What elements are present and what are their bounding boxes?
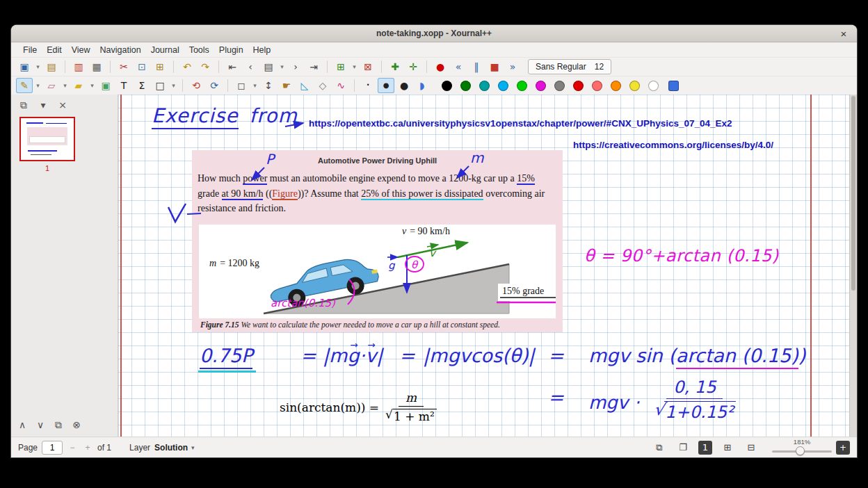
highlighter-options-chevron[interactable]: ▾	[88, 78, 96, 93]
color-swatch-salmon[interactable]	[592, 81, 602, 91]
image-tool-button[interactable]: ▣	[97, 78, 114, 93]
page-decrement-button[interactable]: −	[67, 441, 78, 454]
highlighter-tool-button[interactable]: ▰	[70, 78, 87, 93]
undo-button[interactable]: ↶	[179, 59, 195, 74]
open-button[interactable]: ▤	[43, 59, 60, 74]
redo-button[interactable]: ↷	[197, 59, 214, 74]
dual-page-view-button[interactable]: ⧉	[651, 440, 668, 455]
new-page-button[interactable]: ⊞	[332, 59, 349, 74]
zoom-slider-handle[interactable]	[796, 446, 805, 455]
reset-view-button[interactable]: ⟲	[188, 78, 204, 93]
menu-plugin[interactable]: Plugin	[214, 44, 248, 56]
color-swatch-gray[interactable]	[554, 81, 565, 91]
font-selector-button[interactable]: Sans Regular 12	[528, 59, 611, 74]
hand-tool-button[interactable]: ☛	[278, 78, 295, 93]
goto-page-chevron[interactable]: ▾	[278, 59, 286, 74]
record-audio-button[interactable]: ●	[432, 59, 449, 74]
color-swatch-black[interactable]	[442, 81, 452, 91]
cut-button[interactable]: ✂	[115, 59, 132, 74]
menu-file[interactable]: File	[18, 44, 42, 56]
page-thumbnail[interactable]	[19, 117, 75, 161]
pen-options-chevron[interactable]: ▾	[34, 78, 42, 93]
preview-pane-icon[interactable]: ⧉	[15, 97, 32, 113]
color-swatch-yellow[interactable]	[629, 81, 640, 91]
page-fit-button[interactable]: 1	[698, 441, 712, 455]
canvas-area[interactable]: Exercisefrom https://opentextbc.ca/unive…	[118, 95, 857, 437]
page-increment-button[interactable]: +	[82, 441, 93, 454]
zoom-out-button[interactable]: ⊟	[743, 440, 760, 455]
stop-button[interactable]: ■	[486, 59, 503, 74]
shape-recognizer-button[interactable]: ◇	[314, 78, 331, 93]
spline-button[interactable]: ∿	[332, 78, 349, 93]
preview-close-button[interactable]: ×	[54, 97, 71, 113]
next-page-button[interactable]: ›	[287, 59, 304, 74]
scroll-down-button[interactable]: ∨	[32, 417, 49, 432]
shapes-tool-button[interactable]: □	[152, 78, 168, 93]
close-overview-button[interactable]: ⊗	[68, 417, 85, 432]
previous-page-button[interactable]: ‹	[242, 59, 259, 74]
source-url-link[interactable]: https://opentextbc.ca/universityphysicsv…	[309, 118, 732, 129]
color-swatch-light-green[interactable]	[517, 81, 527, 91]
page-number-input[interactable]	[42, 441, 63, 455]
titlebar[interactable]: note-taking.xopp - Xournal++ ×	[11, 25, 857, 42]
last-page-button[interactable]: ⇥	[305, 59, 322, 74]
select-region-button[interactable]: ◻	[233, 78, 250, 93]
color-picker-button[interactable]	[668, 81, 679, 91]
save-button[interactable]: ▣	[16, 59, 33, 74]
scrollbar-handle[interactable]	[851, 96, 855, 291]
menu-navigation[interactable]: Navigation	[95, 44, 146, 56]
thickness-medium-button[interactable]: ●	[378, 78, 394, 93]
paste-button[interactable]: ⊞	[152, 59, 168, 74]
thickness-fine-button[interactable]: •	[360, 78, 376, 93]
eraser-tool-button[interactable]: ▱	[43, 78, 60, 93]
license-url-link[interactable]: https://creativecommons.org/licenses/by/…	[573, 140, 773, 150]
color-swatch-white[interactable]	[648, 81, 659, 91]
single-page-view-button[interactable]: ❐	[675, 440, 691, 455]
color-swatch-red[interactable]	[573, 81, 584, 91]
first-page-button[interactable]: ⇤	[224, 59, 241, 74]
fullscreen-button[interactable]: ✚	[387, 59, 403, 74]
vertical-scrollbar[interactable]	[849, 95, 857, 437]
zoom-in-button[interactable]: ⊞	[719, 440, 736, 455]
vertical-space-button[interactable]: ↕	[260, 78, 277, 93]
thickness-thick-button[interactable]: ●	[396, 78, 412, 93]
menu-journal[interactable]: Journal	[146, 44, 184, 56]
document-page[interactable]: Exercisefrom https://opentextbc.ca/unive…	[118, 95, 849, 437]
text-tool-button[interactable]: T	[115, 78, 132, 93]
menu-edit[interactable]: Edit	[42, 44, 67, 56]
math-tex-button[interactable]: Σ	[134, 78, 150, 93]
pen-tool-button[interactable]: ✎	[16, 78, 33, 93]
rewind-button[interactable]: «	[450, 59, 467, 74]
delete-page-button[interactable]: ⊠	[360, 59, 376, 74]
menu-tools[interactable]: Tools	[184, 44, 214, 56]
figure-reference-link[interactable]: Figure	[272, 188, 298, 200]
print-button[interactable]: ▦	[88, 59, 105, 74]
forward-button[interactable]: »	[504, 59, 521, 74]
export-pdf-button[interactable]: ▥	[70, 59, 87, 74]
new-page-chevron[interactable]: ▾	[351, 59, 358, 74]
color-swatch-orange[interactable]	[611, 81, 621, 91]
layer-selector[interactable]: Solution ▾	[154, 443, 195, 453]
window-close-button[interactable]: ×	[837, 27, 850, 40]
scroll-up-button[interactable]: ∧	[14, 417, 31, 432]
pause-button[interactable]: ‖	[468, 59, 485, 74]
color-swatch-light-blue[interactable]	[498, 81, 508, 91]
zoom-reset-button[interactable]: +	[836, 441, 850, 455]
presentation-button[interactable]: ✛	[405, 59, 421, 74]
color-swatch-teal[interactable]	[479, 81, 490, 91]
menu-view[interactable]: View	[67, 44, 95, 56]
ruler-button[interactable]: ◺	[296, 78, 313, 93]
color-swatch-magenta[interactable]	[536, 81, 546, 91]
menu-help[interactable]: Help	[248, 44, 276, 56]
copy-button[interactable]: ⊡	[134, 59, 150, 74]
preview-dropdown-chevron[interactable]: ▾	[35, 97, 51, 113]
goto-page-button[interactable]: ▤	[260, 59, 277, 74]
select-options-chevron[interactable]: ▾	[251, 78, 259, 93]
rotate-view-button[interactable]: ⟳	[206, 78, 223, 93]
eraser-options-chevron[interactable]: ▾	[61, 78, 69, 93]
brush-shape-indicator[interactable]: ◗	[414, 78, 431, 93]
pages-overview-button[interactable]: ⧉	[50, 417, 67, 432]
save-options-chevron[interactable]: ▾	[34, 59, 42, 74]
color-swatch-green[interactable]	[460, 81, 471, 91]
shapes-options-chevron[interactable]: ▾	[170, 78, 177, 93]
